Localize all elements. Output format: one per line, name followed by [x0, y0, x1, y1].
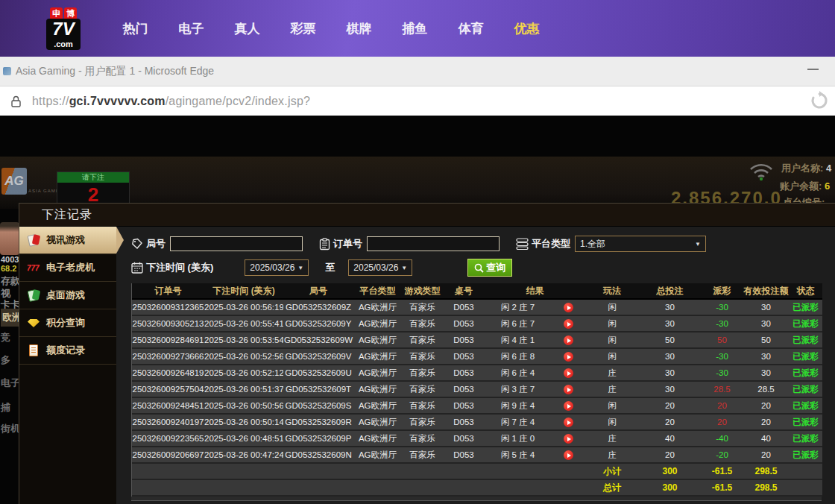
- nav-item[interactable]: 棋牌: [331, 20, 387, 37]
- cell-total-bet: 20: [639, 447, 701, 462]
- logo-chip-shen: 申: [50, 7, 63, 20]
- dealer-avatar: [0, 222, 19, 255]
- cell-game-type: 百家乐: [402, 382, 443, 397]
- cell-total-bet: 30: [639, 382, 701, 397]
- play-video-button[interactable]: [564, 319, 573, 329]
- play-video-button[interactable]: [564, 303, 573, 312]
- play-video-button[interactable]: [564, 434, 573, 444]
- total-bet: 300: [639, 480, 701, 495]
- sidebar-item[interactable]: 积分查询: [19, 309, 116, 337]
- cell-status: 已派彩: [789, 333, 822, 347]
- total-valid: 298.5: [743, 480, 789, 495]
- play-video-button[interactable]: [564, 385, 573, 394]
- table-row: 250326009257504 2025-03-26 00:51:37 GD05…: [132, 382, 822, 398]
- cell-round-number: GD0532532609N: [283, 447, 353, 462]
- play-video-button[interactable]: [564, 450, 573, 460]
- play-video-button[interactable]: [564, 336, 573, 345]
- cell-valid-bet: 20: [743, 398, 789, 413]
- sidebar-item-label: 电子老虎机: [46, 261, 95, 274]
- site-logo[interactable]: 申 博 7V .com: [42, 7, 85, 50]
- bet-records-table: 订单号 下注时间 (美东) 局号 平台类型 游戏类型 桌号 结果 玩法 总投注 …: [131, 283, 822, 497]
- cell-game-type: 百家乐: [402, 300, 443, 315]
- cell-order-number: 250326009206697: [132, 447, 204, 462]
- cell-order-number: 250326009223565: [132, 431, 204, 446]
- username-label: 用户名称: 4: [781, 162, 831, 175]
- table-row: 250326009305213 2025-03-26 00:55:41 GD05…: [132, 316, 822, 333]
- cell-game-type: 百家乐: [402, 316, 443, 331]
- sidebar-item[interactable]: 视讯游戏: [19, 227, 116, 254]
- minimize-button[interactable]: [807, 69, 819, 70]
- date-from-select[interactable]: 2025/03/26 ▼: [245, 259, 309, 276]
- background-menu-item: 存款: [1, 274, 20, 288]
- order-number-label: 订单号: [333, 237, 362, 251]
- cell-status: 已派彩: [789, 316, 822, 331]
- cell-round-number: GD0532532609V: [283, 349, 353, 364]
- cell-order-number: 250326009284691: [132, 333, 204, 347]
- total-row: 总计 300 -61.5 298.5: [132, 480, 822, 497]
- bet-timer-widget: 请下注 2: [57, 171, 130, 207]
- url-path: /agingame/pcv2/index.jsp?: [166, 95, 310, 107]
- cell-payout: -20: [701, 447, 743, 462]
- nav-item[interactable]: 彩票: [275, 20, 331, 37]
- browser-titlebar: Asia Gaming - 用户配置 1 - Microsoft Edge: [0, 57, 835, 86]
- cell-order-number: 250326009240197: [132, 415, 204, 429]
- cell-table-number: D053: [443, 382, 485, 397]
- play-video-button[interactable]: [564, 401, 573, 411]
- site-navbar: 申 博 7V .com 热门 电子 真人 彩票 棋牌 捕鱼 体育 优惠: [0, 0, 835, 57]
- cell-play-type: 庄: [585, 431, 639, 446]
- background-menu-item: 竞: [1, 331, 10, 344]
- cell-total-bet: 30: [639, 316, 701, 331]
- table-row: 250326009248451 2025-03-26 00:50:56 GD05…: [132, 398, 822, 415]
- cell-total-bet: 50: [639, 333, 701, 347]
- table-row: 250326009284691 2025-03-26 00:53:54 GD05…: [132, 333, 822, 349]
- cell-round-number: GD0532532609R: [283, 415, 353, 429]
- total-label: 总计: [585, 480, 639, 495]
- cell-payout: -30: [701, 349, 743, 364]
- cell-result: 闲 7 庄 4: [485, 415, 551, 429]
- cell-status: 已派彩: [789, 300, 822, 315]
- platform-list-icon: [516, 238, 529, 250]
- nav-item[interactable]: 热门: [107, 20, 163, 37]
- table-row: 250326009223565 2025-03-26 00:48:51 GD05…: [132, 431, 822, 447]
- cell-payout: 50: [701, 333, 743, 347]
- table-row: 250326009206697 2025-03-26 00:47:24 GD05…: [132, 447, 822, 464]
- nav-item[interactable]: 优惠: [499, 20, 555, 37]
- round-number-input[interactable]: [170, 236, 303, 251]
- cell-table-number: D053: [443, 431, 485, 446]
- date-range-to-label: 至: [325, 261, 335, 274]
- nav-item[interactable]: 体育: [443, 20, 499, 37]
- sidebar-item[interactable]: 额度记录: [19, 337, 116, 365]
- logo-chips: 申 博: [50, 7, 77, 20]
- url-scheme: https://: [32, 95, 69, 107]
- order-number-input[interactable]: [367, 236, 500, 251]
- table-footer-divider: [131, 497, 822, 501]
- chevron-down-icon: ▼: [401, 265, 407, 271]
- query-button[interactable]: 查询: [467, 259, 512, 277]
- cell-valid-bet: 50: [743, 333, 789, 347]
- table-row: 250326009264819 2025-03-26 00:52:12 GD05…: [132, 365, 822, 382]
- nav-item[interactable]: 捕鱼: [387, 20, 443, 37]
- cell-payout: -40: [701, 431, 743, 446]
- background-menu-item: 电子: [1, 377, 20, 390]
- nav-item[interactable]: 电子: [163, 20, 219, 37]
- table-row: 250326009273666 2025-03-26 00:52:56 GD05…: [132, 349, 822, 365]
- sidebar-item[interactable]: 电子老虎机: [19, 254, 116, 282]
- nav-item[interactable]: 真人: [219, 20, 275, 37]
- cell-total-bet: 30: [639, 365, 701, 380]
- cell-result: 闲 3 庄 7: [485, 382, 551, 397]
- refresh-icon[interactable]: [810, 91, 829, 110]
- play-video-button[interactable]: [564, 352, 573, 362]
- date-to-select[interactable]: 2025/03/26 ▼: [348, 259, 412, 276]
- search-icon: [474, 263, 484, 273]
- cell-bet-time: 2025-03-26 00:51:37: [204, 382, 283, 397]
- sidebar-item[interactable]: 桌面游戏: [19, 282, 116, 309]
- url-text[interactable]: https://gci.7vvvvvv.com/agingame/pcv2/in…: [32, 95, 310, 108]
- play-video-button[interactable]: [564, 418, 573, 427]
- round-tag-icon: [131, 238, 143, 250]
- browser-urlbar[interactable]: https://gci.7vvvvvv.com/agingame/pcv2/in…: [0, 86, 835, 118]
- cell-bet-time: 2025-03-26 00:50:14: [204, 415, 283, 429]
- background-menu-item: 多: [1, 353, 10, 367]
- platform-type-select[interactable]: 1.全部 ▼: [575, 236, 706, 252]
- cell-table-number: D053: [443, 316, 485, 331]
- play-video-button[interactable]: [564, 368, 573, 378]
